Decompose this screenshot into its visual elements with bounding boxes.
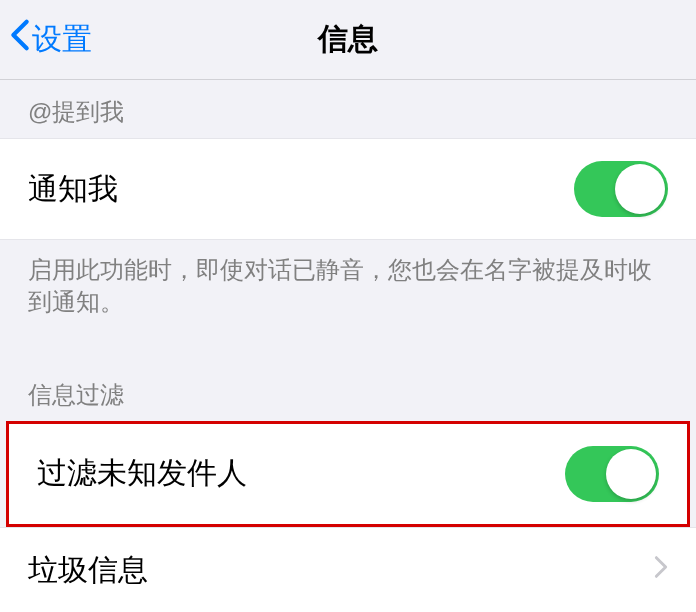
toggle-knob: [615, 164, 665, 214]
chevron-right-icon: [654, 554, 668, 586]
junk-messages-label: 垃圾信息: [28, 550, 148, 591]
filter-unknown-toggle[interactable]: [565, 446, 659, 502]
nav-header: 设置 信息: [0, 0, 696, 80]
notify-me-cell: 通知我: [0, 138, 696, 240]
back-label: 设置: [32, 19, 92, 60]
section-header-mentions: @提到我: [0, 80, 696, 138]
highlighted-row: 过滤未知发件人: [6, 421, 690, 527]
filter-unknown-cell: 过滤未知发件人: [9, 424, 687, 524]
page-title: 信息: [318, 19, 378, 60]
section-header-filter: 信息过滤: [0, 363, 696, 421]
section-footer-mentions: 启用此功能时，即使对话已静音，您也会在名字被提及时收到通知。: [0, 240, 696, 333]
chevron-left-icon: [10, 18, 30, 61]
notify-me-toggle[interactable]: [574, 161, 668, 217]
notify-me-label: 通知我: [28, 169, 118, 210]
toggle-knob: [606, 449, 656, 499]
junk-messages-cell[interactable]: 垃圾信息: [0, 527, 696, 612]
filter-unknown-label: 过滤未知发件人: [37, 453, 247, 494]
back-button[interactable]: 设置: [0, 18, 92, 61]
